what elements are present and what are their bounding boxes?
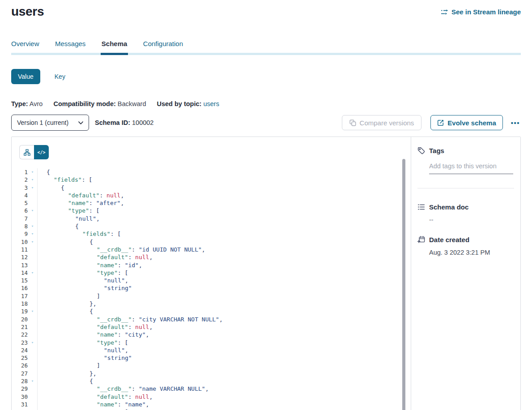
editor-view-toolbar: </>	[12, 145, 411, 159]
tab-underline-track	[11, 53, 521, 55]
line-number: 13	[12, 261, 28, 269]
code-text: "fields": [	[37, 176, 411, 184]
code-line: 18},	[12, 300, 411, 308]
fold-toggle-icon[interactable]: ▾	[28, 222, 37, 230]
line-number: 27	[12, 370, 28, 377]
code-text: "__crdb__": "name VARCHAR NULL",	[37, 385, 411, 393]
line-number: 2	[12, 176, 28, 184]
code-editor[interactable]: 1▾{2▾"fields": [3▾{4"default": null,5"na…	[12, 168, 411, 410]
fold-toggle-icon[interactable]: ▾	[28, 230, 37, 238]
tree-view-toggle[interactable]	[19, 145, 34, 159]
code-line: 26]	[12, 362, 411, 369]
code-text: ]	[37, 292, 411, 300]
sidebar-divider	[417, 188, 514, 188]
fold-gutter	[28, 215, 37, 222]
code-view-toggle[interactable]: </>	[34, 145, 49, 159]
code-line: 19▾{	[12, 308, 411, 315]
compare-versions-icon	[349, 120, 356, 126]
fold-toggle-icon[interactable]: ▾	[28, 269, 37, 277]
line-number: 15	[12, 277, 28, 284]
line-number: 32	[12, 408, 28, 410]
code-text: "name": "name",	[37, 401, 411, 408]
code-text: "null",	[37, 215, 411, 222]
line-number: 10	[12, 238, 28, 246]
stream-lineage-icon	[441, 9, 448, 16]
stream-lineage-link[interactable]: See in Stream lineage	[441, 8, 521, 16]
code-text: "__crdb__": "id UUID NOT NULL",	[37, 246, 411, 253]
tab-bar: Overview Messages Schema Configuration	[11, 40, 521, 55]
fold-toggle-icon[interactable]: ▾	[28, 308, 37, 315]
code-line: 28▾{	[12, 377, 411, 385]
schema-controls-row: Version 1 (current) Schema ID: 100002 Co…	[11, 115, 521, 131]
page-title: users	[11, 4, 44, 19]
code-line: 24"null",	[12, 346, 411, 354]
version-select[interactable]: Version 1 (current)	[11, 115, 89, 131]
fold-gutter	[28, 261, 37, 269]
tag-icon	[417, 147, 425, 154]
fold-toggle-icon[interactable]: ▾	[28, 339, 37, 346]
vertical-scrollbar-thumb[interactable]	[402, 159, 405, 410]
code-line: 30"default": null,	[12, 393, 411, 401]
code-line: 14▾"type": [	[12, 269, 411, 277]
fold-gutter	[28, 292, 37, 300]
line-number: 16	[12, 284, 28, 292]
line-number: 17	[12, 292, 28, 300]
tags-section: Tags	[417, 147, 514, 174]
code-line: 3▾{	[12, 184, 411, 192]
line-number: 31	[12, 401, 28, 408]
key-toggle-button[interactable]: Key	[52, 73, 68, 81]
fold-gutter	[28, 393, 37, 401]
value-toggle-button[interactable]: Value	[11, 69, 40, 84]
topic-link[interactable]: users	[203, 100, 219, 107]
line-number: 6	[12, 207, 28, 214]
tab-configuration[interactable]: Configuration	[143, 40, 183, 55]
fold-toggle-icon[interactable]: ▾	[28, 408, 37, 410]
fold-toggle-icon[interactable]: ▾	[28, 377, 37, 385]
code-text: "string"	[37, 284, 411, 292]
schema-doc-section: Schema doc --	[417, 203, 514, 223]
code-text: "__crdb__": "city VARCHAR NOT NULL",	[37, 316, 411, 323]
tab-schema[interactable]: Schema	[102, 40, 128, 55]
line-number: 30	[12, 393, 28, 401]
line-number: 9	[12, 230, 28, 238]
fold-toggle-icon[interactable]: ▾	[28, 184, 37, 192]
tab-messages[interactable]: Messages	[55, 40, 85, 55]
line-number: 29	[12, 385, 28, 393]
code-line: 11"__crdb__": "id UUID NOT NULL",	[12, 246, 411, 253]
calendar-plus-icon	[417, 236, 425, 243]
compatibility-mode: Compatibility mode: Backward	[53, 100, 146, 107]
compare-versions-button[interactable]: Compare versions	[342, 115, 422, 130]
code-text: "default": null,	[37, 253, 411, 261]
code-line: 27},	[12, 370, 411, 377]
tags-heading: Tags	[417, 147, 514, 154]
fold-gutter	[28, 316, 37, 323]
fold-toggle-icon[interactable]: ▾	[28, 238, 37, 246]
code-text: {	[37, 238, 411, 246]
tab-overview[interactable]: Overview	[11, 40, 39, 55]
code-line: 25"string"	[12, 354, 411, 362]
schema-side-panel: Tags Schema doc --	[411, 137, 520, 410]
code-line: 32▾"type": [	[12, 408, 411, 410]
fold-toggle-icon[interactable]: ▾	[28, 176, 37, 184]
fold-toggle-icon[interactable]: ▾	[28, 168, 37, 176]
version-select-value: Version 1 (current)	[17, 119, 68, 126]
evolve-schema-button[interactable]: Evolve schema	[430, 115, 502, 130]
code-line: 5"name": "after",	[12, 199, 411, 207]
fold-gutter	[28, 284, 37, 292]
page-header: users See in Stream lineage	[11, 0, 521, 19]
code-line: 7"null",	[12, 215, 411, 222]
code-text: "type": [	[37, 408, 411, 410]
schema-doc-value: --	[429, 216, 514, 223]
code-line: 8▾{	[12, 222, 411, 230]
line-number: 1	[12, 168, 28, 176]
used-by-topic: Used by topic: users	[157, 100, 219, 107]
code-line: 6▾"type": [	[12, 207, 411, 214]
code-text: "default": null,	[37, 393, 411, 401]
add-tags-input[interactable]	[429, 162, 513, 174]
more-options-button[interactable]: •••	[510, 119, 521, 127]
tree-view-icon	[24, 149, 30, 156]
list-icon	[417, 203, 425, 211]
fold-toggle-icon[interactable]: ▾	[28, 207, 37, 214]
edit-square-icon	[437, 120, 444, 126]
code-line: 10▾{	[12, 238, 411, 246]
